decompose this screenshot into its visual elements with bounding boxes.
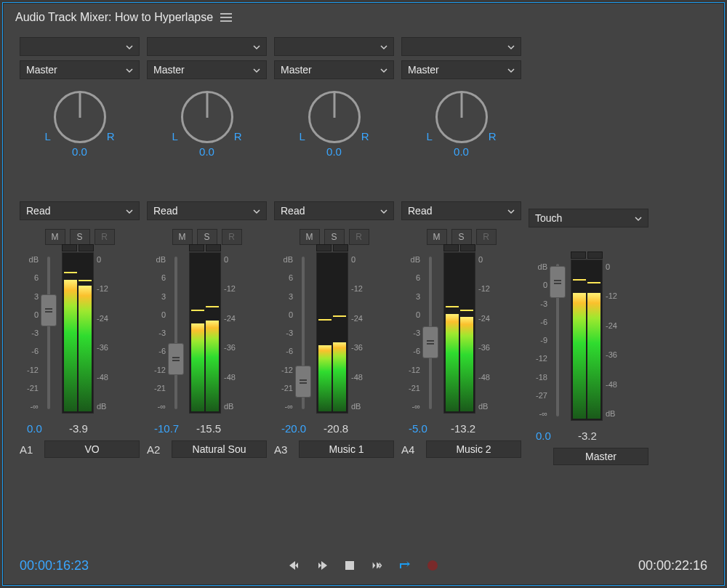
automation-mode-label: Read xyxy=(26,205,50,217)
automation-mode-label: Read xyxy=(408,205,432,217)
go-to-out-icon[interactable] xyxy=(315,558,329,573)
pan-value[interactable]: 0.0 xyxy=(454,145,469,158)
duration-timecode: 00:00:22:16 xyxy=(638,558,707,573)
output-select[interactable]: Master xyxy=(401,60,521,79)
solo-button[interactable]: S xyxy=(70,229,90,245)
automation-mode-select[interactable]: Read xyxy=(20,201,140,220)
meter-scale-right: 0-12-24-36-48dB xyxy=(348,252,370,414)
fader-thumb[interactable] xyxy=(422,326,438,358)
output-label: Master xyxy=(281,64,312,76)
trim-value[interactable]: 0.0 xyxy=(27,422,59,435)
go-to-in-icon[interactable] xyxy=(287,558,302,573)
track-name-field[interactable]: Music 2 xyxy=(426,440,521,458)
trim-value[interactable]: -5.0 xyxy=(409,422,441,435)
send-slot[interactable] xyxy=(20,37,140,56)
automation-mode-select[interactable]: Read xyxy=(274,201,394,220)
send-slot[interactable] xyxy=(147,37,267,56)
pan-knob[interactable] xyxy=(181,91,233,143)
peak-value: -20.8 xyxy=(324,422,348,435)
record-enable-button[interactable]: R xyxy=(349,229,369,245)
channel-id: A4 xyxy=(401,443,420,456)
mute-button[interactable]: M xyxy=(45,229,65,245)
msr-buttons: M S R xyxy=(20,229,140,245)
trim-value[interactable]: -20.0 xyxy=(281,422,313,435)
pan-value[interactable]: 0.0 xyxy=(199,145,214,158)
fader-thumb[interactable] xyxy=(295,366,311,398)
mute-button[interactable]: M xyxy=(427,229,447,245)
level-meter xyxy=(443,252,475,414)
record-enable-button[interactable]: R xyxy=(476,229,497,245)
record-icon[interactable] xyxy=(425,558,440,573)
fader-thumb[interactable] xyxy=(550,266,566,298)
loop-icon[interactable] xyxy=(398,558,412,573)
mute-button[interactable]: M xyxy=(172,229,193,245)
trim-value[interactable]: -10.7 xyxy=(154,422,186,435)
automation-mode-label: Touch xyxy=(535,212,562,224)
fader-thumb[interactable] xyxy=(168,343,184,375)
channel-strip-A3: Master LR 0.0 Read M S R dB630-3-6-12-21… xyxy=(274,37,394,540)
master-pan-spacer xyxy=(529,84,648,174)
pan-knob[interactable] xyxy=(435,91,488,143)
mute-button[interactable]: M xyxy=(300,229,320,245)
pan-left-label: L xyxy=(172,130,178,142)
pan-control: LR 0.0 xyxy=(401,84,521,158)
pan-value[interactable]: 0.0 xyxy=(72,145,87,158)
volume-fader[interactable] xyxy=(296,252,310,414)
channel-values: -5.0 -13.2 xyxy=(401,422,521,435)
pan-right-label: R xyxy=(234,130,242,142)
clip-indicators[interactable] xyxy=(62,244,94,251)
chevron-down-icon xyxy=(380,44,387,51)
automation-mode-select[interactable]: Read xyxy=(401,201,521,220)
pan-right-label: R xyxy=(361,130,369,142)
pan-knob[interactable] xyxy=(54,91,106,143)
msr-buttons: M S R xyxy=(274,229,394,245)
meter-area: dB630-3-6-12-21-∞ 0-12-24-36-48dB xyxy=(20,252,140,414)
record-enable-button[interactable]: R xyxy=(222,229,242,245)
trim-value[interactable]: 0.0 xyxy=(536,430,568,442)
chevron-down-icon xyxy=(253,67,260,74)
clip-indicators[interactable] xyxy=(189,244,221,251)
solo-button[interactable]: S xyxy=(324,229,345,245)
output-label: Master xyxy=(408,64,439,76)
chevron-down-icon xyxy=(126,208,133,215)
fader-scale-left: dB630-3-6-12-21-∞ xyxy=(274,252,296,414)
master-meter-area: dB 0-3-6-9-12-18-27-∞ 0-12-24-36-48 dB xyxy=(529,259,648,421)
output-select[interactable]: Master xyxy=(274,60,394,79)
fader-thumb[interactable] xyxy=(41,294,57,326)
volume-fader[interactable] xyxy=(169,252,183,414)
chevron-down-icon xyxy=(253,208,260,215)
channel-strip-A4: Master LR 0.0 Read M S R dB630-3-6-12-21… xyxy=(401,37,521,540)
stop-icon[interactable] xyxy=(342,558,357,573)
solo-button[interactable]: S xyxy=(197,229,217,245)
pan-knob[interactable] xyxy=(308,91,361,143)
clip-indicators[interactable] xyxy=(316,244,348,251)
panel-menu-icon[interactable] xyxy=(220,12,232,23)
clip-indicators[interactable] xyxy=(571,251,603,259)
track-name-field[interactable]: Music 1 xyxy=(299,440,394,458)
output-select[interactable]: Master xyxy=(147,60,267,79)
output-select[interactable]: Master xyxy=(20,60,140,79)
play-in-to-out-icon[interactable] xyxy=(370,558,385,573)
pan-value[interactable]: 0.0 xyxy=(326,145,342,158)
track-name-field[interactable]: VO xyxy=(44,440,140,458)
track-name-field[interactable]: Natural Sou xyxy=(172,440,267,458)
automation-mode-select[interactable]: Touch xyxy=(529,209,648,227)
automation-mode-select[interactable]: Read xyxy=(147,201,267,220)
send-slot[interactable] xyxy=(274,37,394,56)
send-slot[interactable] xyxy=(401,37,521,56)
mixer-body: Master LR 0.0 Read M S R dB630-3-6-12-21… xyxy=(20,31,707,540)
volume-fader[interactable] xyxy=(41,252,56,414)
volume-fader[interactable] xyxy=(550,259,565,421)
track-name-field[interactable]: Master xyxy=(553,448,648,465)
solo-button[interactable]: S xyxy=(451,229,472,245)
record-enable-button[interactable]: R xyxy=(95,229,115,245)
peak-value: -15.5 xyxy=(196,422,221,435)
meter-scale-right: 0-12-24-36-48dB xyxy=(221,252,243,414)
level-meter xyxy=(62,252,94,414)
meter-scale-right: 0-12-24-36-48 dB xyxy=(603,259,624,421)
volume-fader[interactable] xyxy=(423,252,438,414)
clip-indicators[interactable] xyxy=(443,244,475,251)
panel-header: Audio Track Mixer: How to Hyperlapse xyxy=(4,4,723,31)
level-meter xyxy=(316,252,348,414)
current-timecode[interactable]: 00:00:16:23 xyxy=(20,558,89,573)
